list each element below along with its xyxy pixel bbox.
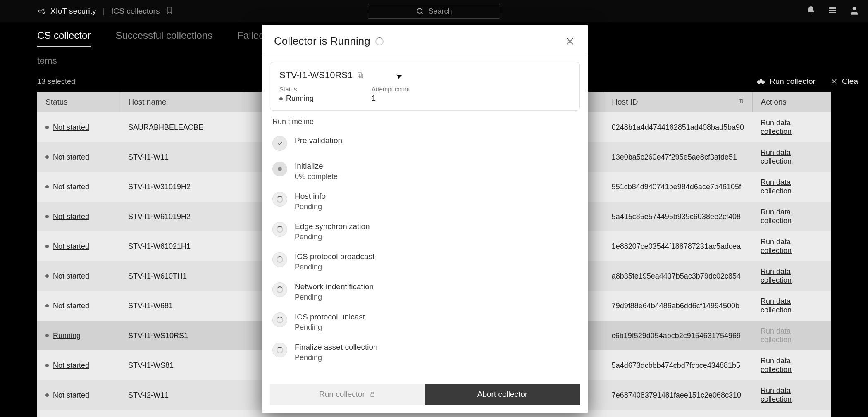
bookmark-icon[interactable] bbox=[165, 6, 174, 16]
status-link[interactable]: Not started bbox=[53, 153, 89, 162]
svg-rect-12 bbox=[358, 73, 362, 76]
tab-successful[interactable]: Successful collections bbox=[115, 30, 212, 47]
hostname-cell: STV-I1-W610TH1 bbox=[120, 261, 244, 291]
svg-point-7 bbox=[853, 7, 856, 10]
step-sub: Pending bbox=[295, 233, 370, 241]
hostid-cell: 13e0ba5c260e47f295e5ae8cf3afde51 bbox=[603, 142, 752, 172]
timeline: Pre validation Initialize 0% complete Ho… bbox=[262, 130, 588, 384]
hostname-cell: STV-I1-W11 bbox=[120, 142, 244, 172]
col-actions: Actions bbox=[752, 92, 831, 112]
step-sub: Pending bbox=[295, 323, 365, 332]
step-name: Edge synchronization bbox=[295, 222, 370, 231]
attempt-value: 1 bbox=[372, 94, 410, 103]
hostname-cell: STV-I1-WS81 bbox=[120, 350, 244, 380]
step-icon bbox=[272, 136, 287, 151]
run-data-collection-link[interactable]: Run data collection bbox=[761, 119, 792, 136]
stack-icon[interactable] bbox=[827, 5, 837, 17]
close-icon bbox=[565, 36, 575, 46]
hostid-cell: 1e88207ce03544f188787231ac5adcea bbox=[603, 231, 752, 261]
user-icon[interactable] bbox=[849, 5, 860, 17]
run-data-collection-link[interactable]: Run data collection bbox=[761, 267, 792, 284]
status-label: Status bbox=[279, 86, 314, 93]
timeline-step: ICS protocol broadcast Pending bbox=[272, 248, 577, 278]
status-link[interactable]: Not started bbox=[53, 391, 89, 400]
run-data-collection-link[interactable]: Run data collection bbox=[761, 208, 792, 225]
hostname-cell: STV-I1-W61019H2 bbox=[120, 202, 244, 231]
status-dot bbox=[45, 185, 49, 188]
svg-rect-10 bbox=[760, 79, 762, 81]
hostid-cell: 79d9f88e64b4486ab6dd6cf14994500b bbox=[603, 291, 752, 321]
status-dot bbox=[45, 393, 49, 397]
status-link[interactable]: Not started bbox=[53, 302, 89, 310]
run-data-collection-link[interactable]: Run data collection bbox=[761, 386, 792, 403]
status-link[interactable]: Not started bbox=[53, 183, 89, 191]
search-input[interactable]: Search bbox=[368, 4, 500, 19]
run-data-collection-link[interactable]: Run data collection bbox=[761, 148, 792, 165]
spinner-icon bbox=[375, 37, 384, 45]
step-icon bbox=[272, 162, 287, 176]
breadcrumb-item[interactable]: ICS collectors bbox=[111, 7, 160, 16]
step-name: Initialize bbox=[295, 162, 338, 171]
host-card: STV-I1-WS10RS1 Status Running Attempt co… bbox=[270, 62, 580, 111]
run-collector-button[interactable]: Run collector bbox=[756, 77, 816, 86]
step-name: Pre validation bbox=[295, 136, 342, 145]
timeline-step: Initialize 0% complete bbox=[272, 157, 577, 188]
run-data-collection-link[interactable]: Run data collection bbox=[761, 327, 792, 344]
step-sub: Pending bbox=[295, 293, 374, 302]
hostname-cell: STV-I2-W11 bbox=[120, 380, 244, 410]
status-link[interactable]: Not started bbox=[53, 242, 89, 251]
host-name: STV-I1-WS10RS1 bbox=[279, 70, 353, 81]
step-icon bbox=[272, 252, 287, 267]
status-link[interactable]: Running bbox=[53, 331, 81, 340]
svg-rect-5 bbox=[829, 10, 836, 11]
status-dot bbox=[45, 245, 49, 248]
collector-modal: Collector is Running STV-I1-WS10RS1 Stat… bbox=[262, 25, 588, 413]
copy-icon[interactable] bbox=[357, 71, 364, 79]
timeline-step: Finalize asset collection Pending bbox=[272, 338, 577, 369]
run-data-collection-link[interactable]: Run data collection bbox=[761, 238, 792, 255]
svg-rect-11 bbox=[359, 74, 363, 78]
step-name: Host info bbox=[295, 192, 326, 201]
sort-icon[interactable]: ⇅ bbox=[739, 98, 744, 104]
hostname-cell: STV-I2-WS1021H2 bbox=[120, 410, 244, 417]
lock-icon bbox=[369, 391, 376, 398]
step-sub: 0% complete bbox=[295, 172, 338, 181]
status-dot bbox=[45, 334, 49, 337]
status-dot bbox=[45, 155, 49, 159]
step-icon bbox=[272, 312, 287, 327]
timeline-title: Run timeline bbox=[262, 115, 588, 130]
svg-rect-13 bbox=[371, 394, 374, 396]
status-link[interactable]: Not started bbox=[53, 123, 89, 132]
col-hostid[interactable]: Host ID⇅ bbox=[603, 92, 752, 112]
hostid-cell: 5a415c85e574495b939c6038ee2cf408 bbox=[603, 202, 752, 231]
status-dot bbox=[45, 126, 49, 129]
hostname-cell: STV-I1-W31019H2 bbox=[120, 172, 244, 202]
step-sub: Pending bbox=[295, 203, 326, 211]
selected-count: 13 selected bbox=[37, 77, 75, 86]
hostid-cell: a8b35fe195ea4437b5ac3b79dc02c854 bbox=[603, 261, 752, 291]
hostid-cell: 551cb84d940741be984d6ace7b46105f bbox=[603, 172, 752, 202]
hostid-cell: 7e6874083791481faee151c2e068c310 bbox=[603, 380, 752, 410]
app-logo[interactable]: XIoT security bbox=[37, 7, 96, 16]
bell-icon[interactable] bbox=[806, 5, 816, 17]
run-data-collection-link[interactable]: Run data collection bbox=[761, 357, 792, 374]
col-hostname[interactable]: Host name bbox=[120, 92, 244, 112]
svg-rect-6 bbox=[829, 12, 836, 13]
col-status[interactable]: Status bbox=[37, 92, 120, 112]
run-data-collection-link[interactable]: Run data collection bbox=[761, 178, 792, 195]
run-data-collection-link[interactable]: Run data collection bbox=[761, 297, 792, 314]
close-icon bbox=[830, 78, 838, 85]
status-value: Running bbox=[286, 94, 314, 103]
status-dot bbox=[45, 364, 49, 367]
svg-rect-4 bbox=[829, 7, 836, 9]
status-link[interactable]: Not started bbox=[53, 361, 89, 370]
status-link[interactable]: Not started bbox=[53, 272, 89, 281]
tab-cs-collector[interactable]: CS collector bbox=[37, 30, 91, 47]
modal-abort-button[interactable]: Abort collector bbox=[425, 384, 580, 405]
status-link[interactable]: Not started bbox=[53, 212, 89, 221]
svg-point-8 bbox=[757, 80, 761, 84]
step-icon bbox=[272, 282, 287, 297]
clear-button[interactable]: Clea bbox=[830, 77, 858, 86]
modal-run-button[interactable]: Run collector bbox=[270, 384, 425, 405]
close-button[interactable] bbox=[564, 36, 576, 47]
